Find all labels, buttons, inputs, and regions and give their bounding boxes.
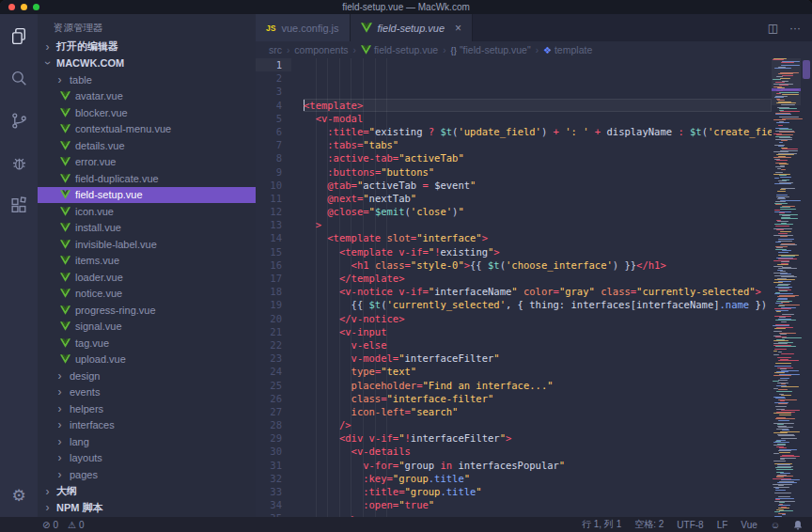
line-number-34: 34 xyxy=(256,498,291,511)
error-icon: ⊘ xyxy=(42,520,50,530)
vue-file-icon xyxy=(60,223,70,232)
line-number-1: 1 xyxy=(256,58,291,71)
warnings-status[interactable]: ⚠ 0 xyxy=(68,520,85,530)
status-item-2[interactable]: UTF-8 xyxy=(677,520,703,530)
tree-item-pages[interactable]: ›pages xyxy=(38,466,256,483)
open-editors-section[interactable]: › 打开的编辑器 xyxy=(38,39,256,55)
tree-item-lang[interactable]: ›lang xyxy=(38,433,256,450)
tree-item-label: upload.vue xyxy=(75,353,126,365)
breadcrumb-label: field-setup.vue xyxy=(374,44,438,55)
tree-item-items-vue[interactable]: items.vue xyxy=(38,253,256,270)
settings-gear-icon[interactable]: ⚙ xyxy=(8,485,29,506)
activity-bar: ⚙ xyxy=(0,14,38,517)
chevron-right-icon: › xyxy=(55,385,65,399)
notifications-bell-icon[interactable] xyxy=(793,520,803,530)
outline-section[interactable]: › 大纲 xyxy=(38,483,256,500)
breadcrumb-item-src[interactable]: src xyxy=(269,44,282,55)
tree-item-details-vue[interactable]: details.vue xyxy=(38,137,256,154)
tree-item-helpers[interactable]: ›helpers xyxy=(38,400,256,417)
breadcrumb-separator: › xyxy=(353,45,356,55)
code-line-29: :key="group.title" xyxy=(304,472,772,485)
tree-item-install-vue[interactable]: install.vue xyxy=(38,220,256,237)
npm-scripts-section[interactable]: › NPM 脚本 xyxy=(38,500,256,517)
chevron-right-icon: › xyxy=(55,369,65,383)
tree-item-invisible-label-vue[interactable]: invisible-label.vue xyxy=(38,236,256,253)
zoom-window-button[interactable] xyxy=(33,4,39,10)
feedback-smiley-icon[interactable]: ☺ xyxy=(771,520,780,530)
code-line-15: <v-notice v-if="interfaceName" color="gr… xyxy=(304,285,772,298)
line-number-17: 17 xyxy=(256,272,291,285)
tree-item-interfaces[interactable]: ›interfaces xyxy=(38,417,256,434)
code-line-26: <div v-if="!interfaceFilter"> xyxy=(304,431,772,445)
minimize-window-button[interactable] xyxy=(21,4,27,10)
tree-item-label: invisible-label.vue xyxy=(75,239,157,250)
tree-item-field-setup-vue[interactable]: field-setup.vue xyxy=(38,187,256,204)
tree-item-label: tag.vue xyxy=(75,337,109,349)
tree-item-table[interactable]: ›table xyxy=(38,71,256,88)
scrollbar-thumb[interactable] xyxy=(803,60,810,79)
minimap[interactable] xyxy=(772,58,801,517)
titlebar: field-setup.vue — MacWk.com xyxy=(0,0,812,14)
breadcrumb-item--field-setup-vue-[interactable]: {}"field-setup.vue" xyxy=(451,44,531,55)
status-item-3[interactable]: LF xyxy=(717,520,728,530)
vue-file-icon xyxy=(60,174,70,183)
explorer-icon[interactable] xyxy=(8,25,29,46)
tree-item-events[interactable]: ›events xyxy=(38,384,256,401)
split-editor-icon[interactable]: ◫ xyxy=(768,22,778,35)
npm-scripts-label: NPM 脚本 xyxy=(56,501,103,515)
errors-status[interactable]: ⊘ 0 xyxy=(42,520,58,530)
tab-label: field-setup.vue xyxy=(378,23,445,34)
tree-item-blocker-vue[interactable]: blocker.vue xyxy=(38,104,256,121)
tree-item-label: loader.vue xyxy=(75,272,123,283)
tab-vue-config-js[interactable]: JSvue.config.js xyxy=(256,14,351,41)
tree-item-icon-vue[interactable]: icon.vue xyxy=(38,203,256,220)
tree-item-layouts[interactable]: ›layouts xyxy=(38,450,256,467)
tree-item-design[interactable]: ›design xyxy=(38,368,256,384)
tree-item-label: install.vue xyxy=(75,222,121,233)
debug-icon[interactable] xyxy=(8,152,29,173)
traffic-lights xyxy=(8,4,39,10)
tree-item-label: progress-ring.vue xyxy=(75,305,156,316)
close-tab-icon[interactable]: × xyxy=(455,23,461,34)
breadcrumb-item-template[interactable]: ❖template xyxy=(543,44,592,55)
breadcrumb-item-components[interactable]: components xyxy=(294,44,348,55)
root-folder-section[interactable]: › MACWK.COM xyxy=(38,55,256,72)
breadcrumb-label: "field-setup.vue" xyxy=(460,44,531,55)
code-editor[interactable]: 1234567891011121314151617181920212223242… xyxy=(256,58,812,517)
tree-item-upload-vue[interactable]: upload.vue xyxy=(38,352,256,368)
status-item-0[interactable]: 行 1, 列 1 xyxy=(582,518,621,531)
tree-item-contextual-menu-vue[interactable]: contextual-menu.vue xyxy=(38,121,256,138)
code-content[interactable]: <template> <v-modal :title="existing ? $… xyxy=(291,58,772,517)
code-line-1: <template> xyxy=(304,99,772,112)
tree-item-label: field-duplicate.vue xyxy=(75,173,159,184)
tree-item-label: items.vue xyxy=(75,255,119,266)
tree-item-field-duplicate-vue[interactable]: field-duplicate.vue xyxy=(38,170,256,187)
tree-item-avatar-vue[interactable]: avatar.vue xyxy=(38,88,256,105)
window-title: field-setup.vue — MacWk.com xyxy=(0,0,812,14)
tree-item-error-vue[interactable]: error.vue xyxy=(38,154,256,171)
status-item-1[interactable]: 空格: 2 xyxy=(634,518,664,531)
close-window-button[interactable] xyxy=(8,4,15,10)
tree-item-notice-vue[interactable]: notice.vue xyxy=(38,286,256,303)
more-actions-icon[interactable]: ··· xyxy=(789,22,801,35)
vue-file-icon xyxy=(60,157,70,166)
tree-item-label: table xyxy=(70,74,92,86)
source-control-icon[interactable] xyxy=(8,110,29,131)
tree-item-tag-vue[interactable]: tag.vue xyxy=(38,335,256,352)
tab-field-setup-vue[interactable]: field-setup.vue× xyxy=(351,14,474,41)
outline-label: 大纲 xyxy=(56,484,77,498)
status-item-4[interactable]: Vue xyxy=(741,520,757,530)
braces-icon: {} xyxy=(451,45,457,55)
tree-item-signal-vue[interactable]: signal.vue xyxy=(38,319,256,336)
chevron-right-icon: › xyxy=(55,73,65,86)
line-number-11: 11 xyxy=(256,192,291,205)
search-icon[interactable] xyxy=(8,68,29,88)
editor-scrollbar[interactable] xyxy=(801,58,812,517)
breadcrumb-item-field-setup-vue[interactable]: field-setup.vue xyxy=(361,44,438,55)
tree-item-progress-ring-vue[interactable]: progress-ring.vue xyxy=(38,302,256,319)
tree-item-loader-vue[interactable]: loader.vue xyxy=(38,269,256,286)
tree-item-label: pages xyxy=(70,469,98,480)
minimap-viewport[interactable] xyxy=(772,58,801,105)
tree-item-label: events xyxy=(70,386,100,398)
extensions-icon[interactable] xyxy=(8,195,29,215)
